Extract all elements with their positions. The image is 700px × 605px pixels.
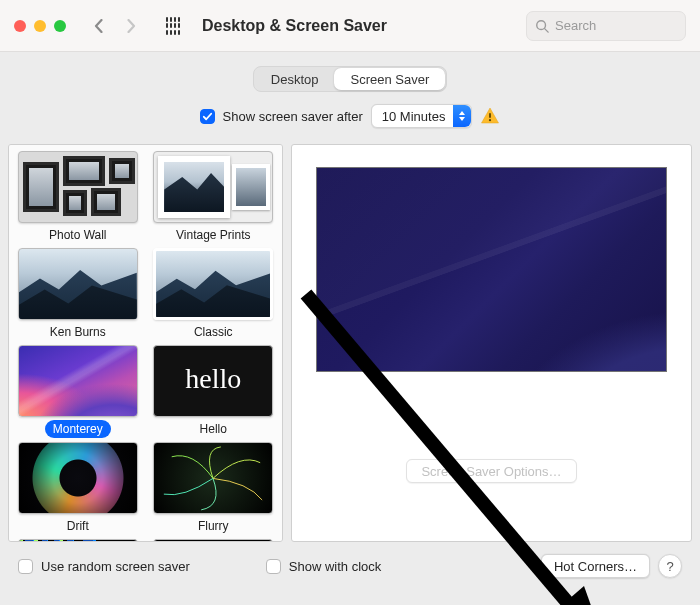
window-toolbar: Desktop & Screen Saver Search [0,0,700,52]
saver-thumb [153,151,273,223]
saver-photo-wall[interactable]: Photo Wall [13,149,143,244]
forward-button[interactable] [118,12,144,40]
warning-icon[interactable] [480,106,500,126]
clock-checkbox[interactable] [266,559,281,574]
pane-title: Desktop & Screen Saver [202,17,387,35]
saver-drift[interactable]: Drift [13,440,143,535]
saver-hello[interactable]: hello Hello [149,343,279,438]
svg-line-1 [545,28,549,32]
checkmark-icon [202,111,213,122]
saver-thumb [18,442,138,514]
show-after-checkbox[interactable] [200,109,215,124]
saver-label: Ken Burns [42,323,114,341]
search-placeholder: Search [555,18,596,33]
window-controls [14,20,66,32]
random-checkbox[interactable] [18,559,33,574]
stepper-icon [453,105,471,127]
saver-label: Classic [186,323,241,341]
show-after-value: 10 Minutes [382,109,446,124]
saver-vintage-prints[interactable]: Vintage Prints [149,149,279,244]
saver-label: Flurry [190,517,237,535]
saver-thumb [18,345,138,417]
saver-label: Vintage Prints [168,226,259,244]
show-after-row: Show screen saver after 10 Minutes [8,100,692,144]
saver-thumb [18,539,138,542]
saver-thumb: hello [153,345,273,417]
clock-label: Show with clock [289,559,381,574]
tab-desktop[interactable]: Desktop [255,68,335,90]
search-icon [535,19,549,33]
help-button[interactable]: ? [658,554,682,578]
show-after-label: Show screen saver after [223,109,363,124]
saver-thumb [153,539,273,542]
svg-point-3 [489,119,491,121]
show-all-button[interactable] [160,12,186,40]
close-window-button[interactable] [14,20,26,32]
saver-thumb [18,151,138,223]
preview-panel: Screen Saver Options… [291,144,692,542]
random-label: Use random screen saver [41,559,190,574]
svg-rect-2 [489,113,491,118]
screensaver-options-button[interactable]: Screen Saver Options… [406,459,576,483]
screensaver-gallery[interactable]: Photo Wall Vintage Prints Ken Burns Clas… [8,144,283,542]
saver-ken-burns[interactable]: Ken Burns [13,246,143,341]
saver-label: Photo Wall [41,226,115,244]
minimize-window-button[interactable] [34,20,46,32]
search-field[interactable]: Search [526,11,686,41]
saver-label: Monterey [45,420,111,438]
saver-shell[interactable]: Shell [149,537,279,542]
tab-screen-saver[interactable]: Screen Saver [334,68,445,90]
footer-row: Use random screen saver Show with clock … [8,542,692,582]
saver-label: Drift [59,517,97,535]
preview-image[interactable] [316,167,667,372]
nav-buttons [86,12,144,40]
saver-classic[interactable]: Classic [149,246,279,341]
show-after-select[interactable]: 10 Minutes [371,104,473,128]
saver-thumb [18,248,138,320]
content-area: Desktop Screen Saver Show screen saver a… [0,52,700,590]
zoom-window-button[interactable] [54,20,66,32]
saver-thumb [153,442,273,514]
saver-flurry[interactable]: Flurry [149,440,279,535]
saver-monterey[interactable]: Monterey [13,343,143,438]
saver-arabesque[interactable]: Arabesque [13,537,143,542]
grid-icon [166,17,180,35]
hot-corners-button[interactable]: Hot Corners… [541,554,650,578]
back-button[interactable] [86,12,112,40]
saver-label: Hello [192,420,235,438]
saver-thumb [153,248,273,320]
tab-control: Desktop Screen Saver [253,66,447,92]
